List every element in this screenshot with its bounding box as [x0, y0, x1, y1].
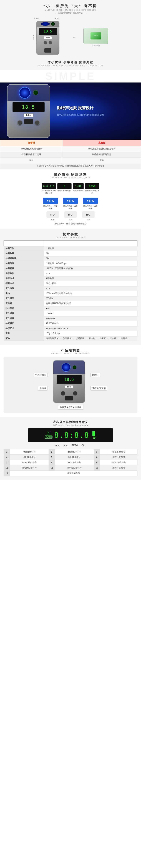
sym-num-5: 5 [49, 455, 55, 460]
dim-depth: 3.1cm [55, 18, 60, 20]
lcd-main-numbers: 8.8:8.8 [54, 431, 90, 439]
tech-row-9: 电池 1800mAh可充电锂合并电池 [4, 291, 137, 296]
op-lcd-battery: 0 [57, 183, 72, 189]
alert-row-1: 蜂鸣器低高流频报警声 蜂鸣器更加强烈高流频报警声 [0, 146, 141, 152]
hero-section: "小" 有所为 "大" 有不同 A LITTLE ACTION MAKES A … [0, 0, 141, 70]
tech-value-6: 液晶数显 [44, 276, 137, 281]
op-lcd-confirm: 0050 [85, 183, 99, 189]
comparison-arrow: → [72, 35, 76, 40]
no-btn-2[interactable]: no [64, 211, 77, 218]
sym-label-11: 校零端设置符号 [55, 465, 94, 471]
tech-header-model-label: 型号 [4, 241, 44, 246]
alert-row-3-high: 振动 [63, 157, 141, 163]
sym-label-7: %VOL单位符号 [10, 460, 49, 465]
operation-title-en: THE OPERATION IS SIMPLE AND QUICK [4, 177, 137, 179]
tech-value-14: 5~80%RH [44, 316, 137, 321]
alert-row-3: 振动 振动 [0, 157, 141, 163]
sym-row-4: 10 校气体设置符号 11 校零端设置符号 12 遥控开关符号 [4, 465, 137, 471]
tech-value-5: ppm [44, 271, 137, 276]
yes-cap-1: 确认方式一：按键确认 [43, 205, 58, 210]
tech-value-13: 10~40°C [44, 311, 137, 316]
sym-row-5: 13 此设置菜单单 [4, 471, 137, 476]
yes-btn-1[interactable]: YES [43, 198, 58, 204]
tech-label-16: 外形尺寸 [4, 326, 44, 331]
big-device-brand: hder [24, 114, 33, 117]
sym-num-12: 12 [94, 465, 100, 471]
no-btn-3[interactable]: no [82, 211, 95, 218]
structure-section: 产品结构图 PRODUCT STRUCTURE DRAWING 气体传感区 显示… [0, 345, 141, 417]
label-sensor-area: 气体传感区 [34, 373, 48, 377]
tech-section: 技术参数 TECHNICAL PARAMETERS 型号 HG-MX-CO型——… [0, 228, 141, 345]
tech-value-3: 二氧化碳：0-5000ppm [44, 261, 137, 266]
alarm-title: 独特声光振 报警设计 [57, 105, 104, 111]
no-cap-3: 取消 [82, 218, 95, 221]
sym-num-11: 11 [49, 465, 55, 471]
lcd-bottom-labels: AL-L AL-H ZERO CAL [4, 444, 137, 446]
tech-label-12: 防护等级 [4, 306, 44, 311]
tech-row-3: 检测范围 二氧化碳：0-5000ppm [4, 261, 137, 266]
tech-row-16: 外形尺寸 92mm×58mm×28.5mm [4, 326, 137, 331]
yes-btn-3[interactable]: YES [83, 198, 98, 204]
tech-title-en: TECHNICAL PARAMETERS [4, 237, 137, 238]
feature-en: SMALL LIGHT HAND FEEL COMFORTABLE BUTTON… [4, 65, 137, 66]
dim-height: 9.3cm [33, 35, 34, 40]
alert-row-2: 红蓝报警指示灯闪烁 红蓝报警指示灯闪烁 [0, 152, 141, 157]
yes-cap-3: 确认方式三：YES确认 [83, 205, 98, 210]
dim-width: 5.8cm [34, 18, 39, 20]
op-no-2: no 取消 [64, 211, 77, 221]
tech-value-11: 使用电脑USB四接口充电器 [44, 301, 137, 306]
tech-label-7: 报警方式 [4, 281, 44, 286]
signal-icon [93, 437, 96, 439]
tech-row-10: 工作时间 250小时 [4, 296, 137, 301]
feature-cn: 体小质轻 手感舒适 按键灵敏 [4, 61, 137, 64]
tech-label-5: 显示单位 [4, 271, 44, 276]
sym-num-1: 1 [4, 449, 10, 455]
sym-num-6: 6 [94, 455, 100, 460]
no-btn-1[interactable]: no [46, 211, 59, 218]
sym-label-10: 校气体设置符号 [10, 465, 49, 471]
tech-label-0: 检测气体 [4, 246, 44, 251]
op-display-alarm-set: 1:00 高低报警设置 [73, 183, 84, 194]
device-big-image: 18.5 hder [7, 84, 50, 138]
sym-label-8: PPM单位符号 [55, 460, 94, 465]
big-product-section: 18.5 hder 独特声光振 报警设计 让气体浓度在达到 高低报警值时能够迅速… [0, 83, 141, 140]
sym-label-13: 此设置菜单单 [10, 471, 137, 476]
brand-label: hder [44, 36, 51, 39]
tech-label-14: 工作湿度 [4, 316, 44, 321]
tech-value-10: 250小时 [44, 296, 137, 301]
op-yes-2: YES 确认方式二：YES确认 [63, 198, 78, 210]
lcd-sym-title-cn: 液晶显示屏标识符号意义 [4, 420, 137, 424]
op-lcd-power: 8.8.8.8 [42, 183, 56, 189]
tech-label-8: 工作电压 [4, 286, 44, 291]
tech-value-7: 声光、振动 [44, 281, 137, 286]
no-cap-2: 取消 [64, 218, 77, 221]
big-device-screen: 18.5 [12, 102, 45, 112]
alert-row-4-note: 开启报警后声光和振动同时响应 同时检测到高低报警情况优先进行高报警操作 [0, 163, 141, 169]
tech-header-model-value: HG-MX-CO型——便携式气体检测仪 [44, 241, 137, 246]
tech-value-17: 150g（含电池） [44, 331, 137, 336]
sym-row-3: 7 %VOL单位符号 8 PPM单位符号 9 %LEL单位符号 [4, 460, 137, 465]
op-yes-1: YES 确认方式一：按键确认 [43, 198, 58, 210]
alert-row-3-low: 振动 [0, 157, 63, 163]
tech-label-18: 配件 [4, 336, 44, 341]
tech-label-6: 显示技术 [4, 276, 44, 281]
lcd-sym-title-en: LCD screen logo symbol meaning [4, 424, 137, 426]
op-lcd-alarm-set: 1:00 [73, 183, 84, 189]
tech-row-7: 报警方式 声光、振动 [4, 281, 137, 286]
yes-btn-2[interactable]: YES [63, 198, 78, 204]
sym-num-9: 9 [94, 460, 100, 465]
alarm-feature-text: 独特声光振 报警设计 让气体浓度在达到 高低报警值时能够迅速提醒 [57, 105, 104, 117]
alert-row-1-high: 蜂鸣器更加强烈高流频报警声 [63, 146, 141, 152]
right-labels: 指示灯 开机键/锁定键 [91, 373, 107, 391]
left-labels: 气体传感区 显示区 [34, 373, 48, 391]
sym-label-6: 遥控开关符号 [100, 455, 137, 460]
tech-label-9: 电池 [4, 291, 44, 296]
alert-row-4: 开启报警后声光和振动同时响应 同时检测到高低报警情况优先进行高报警操作 [0, 163, 141, 169]
tech-row-14: 工作湿度 5~80%RH [4, 316, 137, 321]
structure-title-en: PRODUCT STRUCTURE DRAWING [4, 352, 137, 354]
alert-row-2-high: 红蓝报警指示灯闪烁 [63, 152, 141, 157]
tech-title-cn: 技术参数 [4, 232, 137, 237]
tech-row-1: 检测数量 2种 [4, 251, 137, 256]
op-display-confirm: 0050 抱怨如何来确认显示 [85, 183, 99, 194]
tech-label-10: 工作时间 [4, 296, 44, 301]
